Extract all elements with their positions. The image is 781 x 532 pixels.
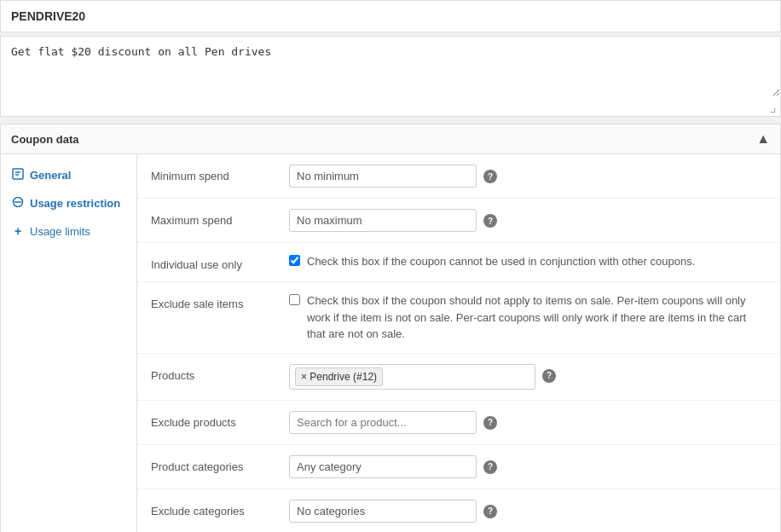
- exclude-products-label: Exclude products: [151, 411, 279, 429]
- exclude-categories-field: ?: [289, 500, 767, 523]
- minimum-spend-row: Minimum spend ?: [137, 154, 780, 199]
- product-categories-help-icon[interactable]: ?: [483, 460, 497, 474]
- individual-use-field: Check this box if the coupon cannot be u…: [289, 253, 767, 270]
- product-categories-label: Product categories: [151, 455, 279, 473]
- individual-use-description: Check this box if the coupon cannot be u…: [307, 253, 695, 270]
- product-tag: × Pendrive (#12): [295, 367, 383, 386]
- sidebar-usage-restriction-label: Usage restriction: [30, 197, 120, 210]
- exclude-sale-checkbox[interactable]: [289, 294, 300, 305]
- exclude-products-row: Exclude products ?: [137, 401, 780, 445]
- sidebar-usage-limits-label: Usage limits: [30, 225, 90, 238]
- sidebar: General Usage restriction + Usage limits: [1, 154, 137, 532]
- exclude-categories-row: Exclude categories ?: [137, 489, 780, 533]
- exclude-sale-row: Exclude sale items Check this box if the…: [137, 282, 780, 354]
- products-row: Products × Pendrive (#12) ?: [137, 354, 780, 401]
- exclude-categories-label: Exclude categories: [151, 500, 279, 518]
- exclude-products-input[interactable]: [289, 411, 477, 434]
- exclude-products-field: ?: [289, 411, 767, 434]
- products-label: Products: [151, 364, 279, 382]
- product-tag-label: × Pendrive (#12): [301, 371, 377, 383]
- products-input-wrapper[interactable]: × Pendrive (#12): [289, 364, 535, 390]
- sidebar-item-usage-limits[interactable]: + Usage limits: [1, 217, 136, 245]
- individual-use-checkbox-row: Check this box if the coupon cannot be u…: [289, 253, 695, 270]
- page-wrapper: Get flat $20 discount on all Pen drives …: [0, 0, 781, 532]
- panel-body: General Usage restriction + Usage limits: [1, 154, 780, 532]
- coupon-description-textarea[interactable]: Get flat $20 discount on all Pen drives: [1, 37, 780, 96]
- panel-header: Coupon data ▲: [1, 124, 780, 154]
- coupon-code-section: [0, 0, 781, 32]
- product-categories-field: ?: [289, 455, 767, 478]
- coupon-description-section: Get flat $20 discount on all Pen drives …: [0, 36, 781, 117]
- collapse-icon[interactable]: ▲: [756, 131, 770, 147]
- minimum-spend-field: ?: [289, 165, 767, 188]
- tag-icon: [11, 168, 25, 182]
- products-search-input[interactable]: [386, 370, 529, 383]
- svg-rect-0: [13, 169, 23, 179]
- individual-use-checkbox[interactable]: [289, 255, 300, 266]
- individual-use-row: Individual use only Check this box if th…: [137, 243, 780, 282]
- plus-icon: +: [11, 224, 25, 238]
- products-help-icon[interactable]: ?: [542, 369, 556, 383]
- maximum-spend-row: Maximum spend ?: [137, 199, 780, 243]
- exclude-categories-input[interactable]: [289, 500, 477, 523]
- minimum-spend-help-icon[interactable]: ?: [483, 170, 497, 183]
- sidebar-item-usage-restriction[interactable]: Usage restriction: [1, 189, 136, 217]
- content-area: Minimum spend ? Maximum spend ?: [137, 154, 780, 532]
- maximum-spend-help-icon[interactable]: ?: [483, 214, 497, 228]
- exclude-categories-help-icon[interactable]: ?: [483, 505, 497, 518]
- exclude-sale-checkbox-row: Check this box if the coupon should not …: [289, 292, 767, 343]
- resize-handle: ⌟: [1, 99, 780, 116]
- product-categories-input[interactable]: [289, 455, 477, 478]
- panel-title: Coupon data: [11, 133, 78, 146]
- sidebar-general-label: General: [30, 169, 71, 182]
- minimum-spend-input[interactable]: [289, 165, 477, 188]
- exclude-sale-description: Check this box if the coupon should not …: [307, 292, 767, 343]
- exclude-products-help-icon[interactable]: ?: [483, 416, 497, 430]
- products-field: × Pendrive (#12) ?: [289, 364, 767, 390]
- restriction-icon: [11, 196, 25, 211]
- sidebar-item-general[interactable]: General: [1, 161, 136, 189]
- product-categories-row: Product categories ?: [137, 445, 780, 489]
- individual-use-label: Individual use only: [151, 253, 279, 271]
- maximum-spend-label: Maximum spend: [151, 209, 279, 227]
- maximum-spend-field: ?: [289, 209, 767, 232]
- coupon-data-panel: Coupon data ▲ General: [0, 124, 781, 532]
- maximum-spend-input[interactable]: [289, 209, 477, 232]
- exclude-sale-field: Check this box if the coupon should not …: [289, 292, 767, 343]
- coupon-code-input[interactable]: [1, 1, 780, 32]
- exclude-sale-label: Exclude sale items: [151, 292, 279, 310]
- minimum-spend-label: Minimum spend: [151, 165, 279, 182]
